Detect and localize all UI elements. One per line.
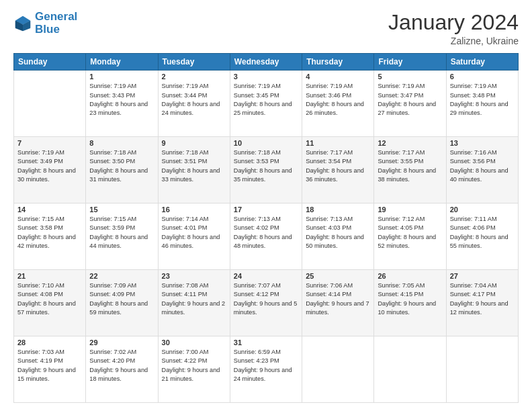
daylight-text: Daylight: 8 hours and 35 minutes. — [234, 167, 292, 183]
day-info: Sunrise: 7:03 AM Sunset: 4:19 PM Dayligh… — [17, 348, 82, 383]
daylight-text: Daylight: 8 hours and 48 minutes. — [234, 234, 292, 249]
sunset-text: Sunset: 4:19 PM — [17, 357, 63, 364]
sunset-text: Sunset: 3:46 PM — [306, 92, 351, 99]
sunset-text: Sunset: 3:49 PM — [17, 158, 63, 165]
sunrise-text: Sunrise: 7:02 AM — [89, 349, 136, 355]
logo: General Blue — [13, 11, 77, 36]
table-row: 28 Sunrise: 7:03 AM Sunset: 4:19 PM Dayl… — [14, 336, 86, 403]
header-tuesday: Tuesday — [158, 54, 230, 71]
day-number: 16 — [162, 205, 226, 214]
day-info: Sunrise: 7:18 AM Sunset: 3:53 PM Dayligh… — [234, 148, 298, 184]
calendar-table: Sunday Monday Tuesday Wednesday Thursday… — [13, 53, 519, 403]
table-row: 8 Sunrise: 7:18 AM Sunset: 3:50 PM Dayli… — [86, 137, 158, 203]
sunset-text: Sunset: 3:53 PM — [234, 158, 279, 165]
day-number: 8 — [89, 139, 154, 147]
table-row: 26 Sunrise: 7:05 AM Sunset: 4:15 PM Dayl… — [374, 270, 446, 336]
sunset-text: Sunset: 4:02 PM — [234, 224, 279, 231]
table-row: 21 Sunrise: 7:10 AM Sunset: 4:08 PM Dayl… — [14, 270, 86, 336]
daylight-text: Daylight: 9 hours and 18 minutes. — [89, 367, 148, 382]
page-header: General Blue January 2024 Zalizne, Ukrai… — [13, 11, 519, 46]
day-number: 23 — [162, 272, 226, 280]
day-number: 21 — [17, 272, 82, 280]
day-info: Sunrise: 7:17 AM Sunset: 3:55 PM Dayligh… — [378, 148, 442, 184]
day-info: Sunrise: 7:06 AM Sunset: 4:14 PM Dayligh… — [306, 281, 370, 317]
sunset-text: Sunset: 4:23 PM — [234, 357, 279, 364]
daylight-text: Daylight: 9 hours and 24 minutes. — [234, 367, 292, 382]
sunrise-text: Sunrise: 7:17 AM — [306, 149, 353, 156]
day-number: 25 — [306, 272, 370, 280]
table-row: 12 Sunrise: 7:17 AM Sunset: 3:55 PM Dayl… — [374, 137, 446, 203]
sunrise-text: Sunrise: 7:13 AM — [306, 216, 353, 222]
sunrise-text: Sunrise: 7:19 AM — [89, 83, 136, 89]
sunset-text: Sunset: 4:09 PM — [89, 291, 135, 298]
day-info: Sunrise: 7:14 AM Sunset: 4:01 PM Dayligh… — [162, 215, 226, 250]
sunset-text: Sunset: 4:20 PM — [89, 357, 135, 364]
day-info: Sunrise: 7:19 AM Sunset: 3:45 PM Dayligh… — [234, 82, 298, 118]
daylight-text: Daylight: 8 hours and 38 minutes. — [378, 167, 436, 183]
daylight-text: Daylight: 8 hours and 25 minutes. — [234, 101, 292, 116]
sunrise-text: Sunrise: 7:12 AM — [378, 216, 425, 222]
location-subtitle: Zalizne, Ukraine — [388, 36, 519, 46]
day-info: Sunrise: 7:19 AM Sunset: 3:49 PM Dayligh… — [17, 148, 82, 184]
day-info: Sunrise: 7:18 AM Sunset: 3:50 PM Dayligh… — [89, 148, 154, 184]
day-info: Sunrise: 7:15 AM Sunset: 3:59 PM Dayligh… — [89, 215, 154, 250]
day-info: Sunrise: 7:09 AM Sunset: 4:09 PM Dayligh… — [89, 281, 154, 317]
table-row: 23 Sunrise: 7:08 AM Sunset: 4:11 PM Dayl… — [158, 270, 230, 336]
sunset-text: Sunset: 3:51 PM — [162, 158, 208, 165]
daylight-text: Daylight: 9 hours and 15 minutes. — [17, 367, 76, 382]
daylight-text: Daylight: 8 hours and 46 minutes. — [162, 234, 220, 249]
day-info: Sunrise: 7:00 AM Sunset: 4:22 PM Dayligh… — [162, 348, 226, 383]
sunset-text: Sunset: 3:50 PM — [89, 158, 135, 165]
sunrise-text: Sunrise: 7:05 AM — [378, 282, 425, 289]
sunrise-text: Sunrise: 7:00 AM — [162, 349, 209, 355]
day-number: 24 — [234, 272, 298, 280]
sunrise-text: Sunrise: 7:19 AM — [306, 83, 353, 89]
daylight-text: Daylight: 8 hours and 31 minutes. — [89, 167, 148, 183]
table-row: 16 Sunrise: 7:14 AM Sunset: 4:01 PM Dayl… — [158, 203, 230, 270]
sunrise-text: Sunrise: 7:13 AM — [234, 216, 281, 222]
day-number: 13 — [450, 139, 515, 147]
day-number: 11 — [306, 139, 370, 147]
daylight-text: Daylight: 8 hours and 26 minutes. — [306, 101, 364, 116]
table-row: 9 Sunrise: 7:18 AM Sunset: 3:51 PM Dayli… — [158, 137, 230, 203]
table-row: 22 Sunrise: 7:09 AM Sunset: 4:09 PM Dayl… — [86, 270, 158, 336]
day-info: Sunrise: 7:19 AM Sunset: 3:46 PM Dayligh… — [306, 82, 370, 118]
sunrise-text: Sunrise: 7:04 AM — [450, 282, 497, 289]
day-number: 29 — [89, 338, 154, 347]
day-number: 26 — [378, 272, 442, 280]
table-row: 14 Sunrise: 7:15 AM Sunset: 3:58 PM Dayl… — [14, 203, 86, 270]
table-row — [374, 336, 446, 403]
sunrise-text: Sunrise: 7:14 AM — [162, 216, 209, 222]
daylight-text: Daylight: 9 hours and 10 minutes. — [378, 300, 436, 316]
day-number: 5 — [378, 73, 442, 81]
sunset-text: Sunset: 4:06 PM — [450, 224, 496, 231]
title-block: January 2024 Zalizne, Ukraine — [388, 11, 519, 46]
daylight-text: Daylight: 8 hours and 57 minutes. — [17, 300, 76, 316]
table-row: 17 Sunrise: 7:13 AM Sunset: 4:02 PM Dayl… — [230, 203, 302, 270]
sunrise-text: Sunrise: 7:18 AM — [89, 149, 136, 156]
table-row: 29 Sunrise: 7:02 AM Sunset: 4:20 PM Dayl… — [86, 336, 158, 403]
day-number: 27 — [450, 272, 515, 280]
weekday-header-row: Sunday Monday Tuesday Wednesday Thursday… — [14, 54, 519, 71]
sunset-text: Sunset: 3:47 PM — [378, 92, 423, 99]
daylight-text: Daylight: 8 hours and 59 minutes. — [89, 300, 148, 316]
table-row — [446, 336, 518, 403]
day-info: Sunrise: 7:07 AM Sunset: 4:12 PM Dayligh… — [234, 281, 298, 317]
sunset-text: Sunset: 3:56 PM — [450, 158, 496, 165]
day-number: 22 — [89, 272, 154, 280]
daylight-text: Daylight: 8 hours and 23 minutes. — [89, 101, 148, 116]
day-number: 31 — [234, 338, 298, 347]
sunrise-text: Sunrise: 7:16 AM — [450, 149, 497, 156]
sunset-text: Sunset: 3:59 PM — [89, 224, 135, 231]
day-info: Sunrise: 7:11 AM Sunset: 4:06 PM Dayligh… — [450, 215, 515, 250]
table-row: 27 Sunrise: 7:04 AM Sunset: 4:17 PM Dayl… — [446, 270, 518, 336]
day-number: 7 — [17, 139, 82, 147]
day-info: Sunrise: 7:15 AM Sunset: 3:58 PM Dayligh… — [17, 215, 82, 250]
day-info: Sunrise: 7:18 AM Sunset: 3:51 PM Dayligh… — [162, 148, 226, 184]
table-row: 6 Sunrise: 7:19 AM Sunset: 3:48 PM Dayli… — [446, 71, 518, 137]
sunrise-text: Sunrise: 7:15 AM — [89, 216, 136, 222]
daylight-text: Daylight: 8 hours and 55 minutes. — [450, 234, 508, 249]
sunset-text: Sunset: 4:08 PM — [17, 291, 63, 298]
day-number: 10 — [234, 139, 298, 147]
header-thursday: Thursday — [302, 54, 374, 71]
